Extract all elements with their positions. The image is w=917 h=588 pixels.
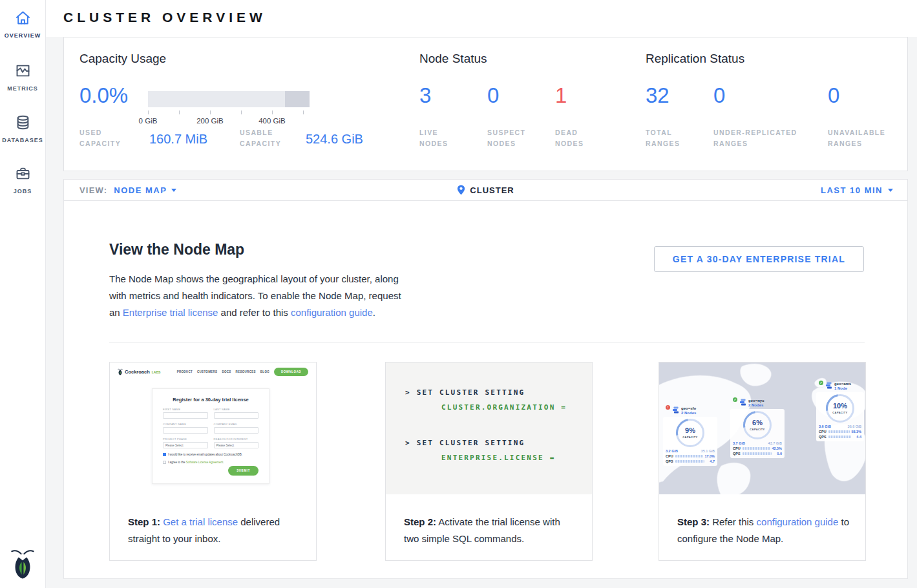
usable-capacity-value: 524.6 GiB	[306, 132, 363, 147]
axis-tick-label: 200 GiB	[191, 117, 229, 125]
get-trial-license-link[interactable]: Get a trial license	[163, 516, 238, 527]
trial-registration-form: Register for a 30-day trial license FIRS…	[152, 388, 269, 484]
dead-nodes-label: DEADNODES	[555, 127, 584, 149]
capacity-gauge: 6% CAPACITY	[743, 411, 772, 439]
capacity-bar-reserved-segment	[285, 91, 310, 107]
section-divider	[109, 342, 865, 342]
live-nodes-label: LIVENODES	[419, 127, 448, 149]
step-3-caption: Step 3: Refer this configuration guide t…	[677, 514, 851, 547]
locality-widget-nyc: ✓ geo=nyc 2 Nodes 6%	[730, 399, 785, 458]
axis-tick-label: 400 GiB	[253, 117, 291, 125]
map-pin-icon	[457, 185, 465, 195]
step-1-card: Cockroach LABS PRODUCT CUSTOMERS DOCS RE…	[109, 362, 317, 561]
mini-site-nav: PRODUCT CUSTOMERS DOCS RESOURCES BLOG DO…	[177, 368, 308, 376]
under-replicated-ranges-value: 0	[713, 83, 725, 109]
checkbox-icon	[163, 461, 166, 464]
unavailable-ranges-label: UNAVAILABLERANGES	[828, 127, 885, 149]
time-range-selector[interactable]: LAST 10 MIN	[821, 180, 893, 200]
unavailable-ranges-value: 0	[828, 83, 839, 109]
step-3-card: ! geo=sfo 2 Nodes 9%	[659, 362, 866, 561]
usable-capacity-label: USABLECAPACITY	[240, 127, 281, 149]
status-ok-icon: ✓	[819, 381, 823, 385]
sidebar-item-label: METRICS	[0, 85, 45, 92]
capacity-usage-title: Capacity Usage	[79, 52, 166, 66]
dead-nodes-value: 1	[555, 83, 567, 109]
node-stack-icon	[672, 406, 679, 414]
node-stack-icon	[739, 399, 746, 406]
node-status-title: Node Status	[419, 52, 487, 66]
configuration-guide-link[interactable]: configuration guide	[291, 307, 373, 318]
sidebar-item-label: DATABASES	[0, 137, 45, 143]
configuration-guide-link[interactable]: configuration guide	[757, 516, 839, 527]
view-bar: VIEW: NODE MAP CLUSTER LAST 10 MIN	[63, 179, 908, 201]
total-ranges-value: 32	[646, 83, 669, 109]
metrics-chart-icon	[14, 62, 32, 79]
cockroach-logo	[10, 547, 35, 580]
step-2-caption: Step 2: Activate the trial license with …	[404, 514, 578, 547]
capacity-gauge: 9% CAPACITY	[676, 419, 704, 447]
step-2-card: > SET CLUSTER SETTING CLUSTER.ORGANIZATI…	[385, 362, 593, 561]
sidebar-item-label: OVERVIEW	[0, 32, 45, 39]
capacity-used-percent: 0.0%	[79, 83, 128, 109]
axis-tick-label: 0 GiB	[129, 117, 167, 125]
node-stack-icon	[825, 382, 832, 389]
node-map-panel: View the Node Map The Node Map shows the…	[63, 201, 908, 579]
sidebar-item-metrics[interactable]: METRICS	[0, 62, 45, 92]
section-title: View the Node Map	[109, 241, 244, 258]
sidebar: OVERVIEW METRICS DATABASES JOBS	[0, 0, 46, 588]
section-description: The Node Map shows the geographical layo…	[109, 271, 410, 321]
chevron-down-icon	[888, 189, 893, 192]
breadcrumb-cluster: CLUSTER	[470, 185, 514, 195]
sidebar-item-databases[interactable]: DATABASES	[0, 114, 45, 143]
suspect-nodes-label: SUSPECTNODES	[487, 127, 525, 149]
locality-widget-ams: ✓ geo=ams 1 Node 10%	[816, 382, 864, 441]
sql-commands-thumbnail: > SET CLUSTER SETTING CLUSTER.ORGANIZATI…	[386, 362, 592, 494]
trial-license-site-thumbnail: Cockroach LABS PRODUCT CUSTOMERS DOCS RE…	[110, 362, 316, 494]
home-icon	[14, 9, 32, 26]
node-map-thumbnail: ! geo=sfo 2 Nodes 9%	[659, 362, 865, 494]
briefcase-icon	[14, 165, 32, 182]
status-ok-icon: ✓	[733, 397, 737, 402]
status-error-icon: !	[666, 405, 670, 410]
used-capacity-label: USEDCAPACITY	[79, 127, 121, 149]
cluster-summary-card: Capacity Usage 0.0% 0 GiB 200 GiB 400 Gi…	[63, 37, 908, 171]
used-capacity-value: 160.7 MiB	[149, 132, 207, 147]
live-nodes-value: 3	[419, 83, 431, 109]
sidebar-item-label: JOBS	[0, 188, 45, 194]
capacity-gauge: 10% CAPACITY	[826, 394, 854, 423]
get-enterprise-trial-button[interactable]: GET A 30-DAY ENTERPRISE TRIAL	[654, 246, 864, 272]
page-title: CLUSTER OVERVIEW	[46, 0, 917, 25]
checkbox-icon	[163, 453, 166, 456]
capacity-bar	[148, 91, 310, 107]
sidebar-item-jobs[interactable]: JOBS	[0, 165, 45, 194]
cockroach-labs-mini-logo: Cockroach LABS	[118, 368, 160, 375]
locality-breadcrumb[interactable]: CLUSTER	[64, 180, 907, 200]
under-replicated-ranges-label: UNDER-REPLICATEDRANGES	[713, 127, 797, 149]
page-header: CLUSTER OVERVIEW	[46, 0, 917, 37]
suspect-nodes-value: 0	[487, 83, 499, 109]
replication-status-title: Replication Status	[646, 52, 744, 66]
total-ranges-label: TOTALRANGES	[646, 127, 680, 149]
database-icon	[14, 114, 32, 131]
sidebar-item-overview[interactable]: OVERVIEW	[0, 9, 45, 39]
enterprise-trial-license-link[interactable]: Enterprise trial license	[123, 307, 218, 318]
main-area: CLUSTER OVERVIEW Capacity Usage 0.0% 0 G…	[46, 0, 917, 588]
step-1-caption: Step 1: Get a trial license delivered st…	[128, 514, 302, 547]
locality-widget-sfo: ! geo=sfo 2 Nodes 9%	[663, 406, 717, 466]
mini-download-button: DOWNLOAD	[274, 368, 308, 376]
mini-submit-button: SUBMIT	[228, 466, 258, 476]
